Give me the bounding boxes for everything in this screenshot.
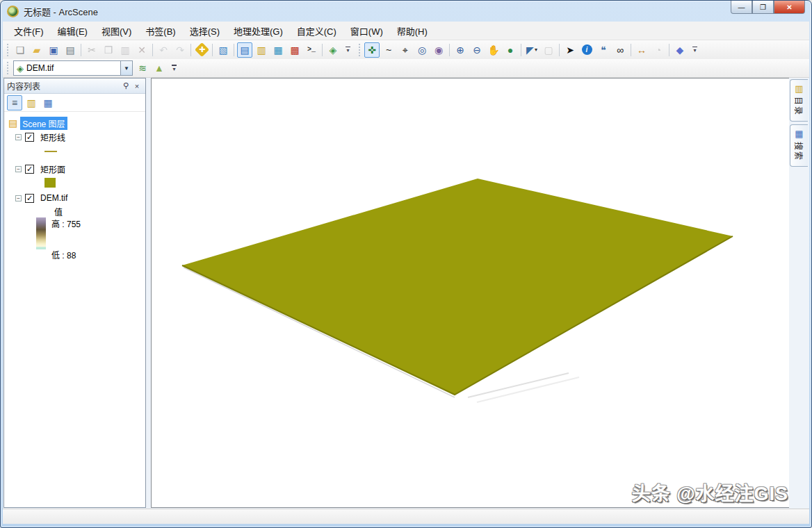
menu-item-customize[interactable]: 自定义(C) <box>290 22 343 40</box>
menu-item-view[interactable]: 视图(V) <box>95 22 138 40</box>
fill-symbol-row <box>8 176 145 190</box>
right-dock-strip: ▥ 目录 ▦ 搜索 <box>789 78 809 508</box>
catalog-window-icon: ▥ <box>257 45 266 55</box>
menu-item-window[interactable]: 窗口(W) <box>343 22 390 40</box>
restore-button[interactable]: ❐ <box>752 1 774 14</box>
delete-icon: ✕ <box>138 45 146 55</box>
delete-button[interactable]: ✕ <box>134 42 149 58</box>
list-by-visibility-button[interactable]: ▦ <box>40 95 56 110</box>
center-on-target-button[interactable]: ⌖ <box>398 42 413 58</box>
select-features-button[interactable]: ◤▾ <box>524 42 539 58</box>
menu-item-file[interactable]: 文件(F) <box>7 22 51 40</box>
layer-checkbox[interactable]: ✓ <box>25 165 34 174</box>
zoom-to-target-button[interactable]: ◎ <box>414 42 430 58</box>
line-symbol-swatch <box>44 151 57 152</box>
elevation-color-ramp <box>36 217 46 249</box>
layer-combo-dropdown-button[interactable]: ▼ <box>120 61 132 75</box>
add-data-button[interactable]: ✚ <box>194 42 209 58</box>
arcmap-window-button[interactable]: ▧ <box>216 42 231 58</box>
table-of-contents-window-button[interactable]: ▤ <box>237 42 252 58</box>
time-slider-icon: ◔ <box>656 45 661 55</box>
copy-icon: ❐ <box>104 45 113 55</box>
tree-item-dem[interactable]: − ✓ DEM.tif <box>8 191 145 205</box>
navigate-icon: ✜ <box>368 45 376 55</box>
open-folder-icon: ▰ <box>33 45 41 55</box>
menu-item-geoprocessing[interactable]: 地理处理(G) <box>227 22 290 40</box>
menu-item-edit[interactable]: 编辑(E) <box>51 22 95 40</box>
catalog-window-button[interactable]: ▥ <box>254 42 269 58</box>
pan-button[interactable]: ✋ <box>486 42 501 58</box>
select-features-dropdown-caret[interactable]: ▾ <box>535 47 537 53</box>
tree-item-rect-polygon[interactable]: − ✓ 矩形面 <box>8 162 145 176</box>
close-button[interactable]: ✕ <box>774 1 805 14</box>
analyst-toolbar-grip[interactable] <box>6 62 10 74</box>
steepest-path-tool-button[interactable]: ▲ <box>152 60 167 76</box>
full-extent-button[interactable]: ● <box>503 42 518 58</box>
tools-toolbar-grip[interactable] <box>357 44 362 56</box>
menu-item-bookmarks[interactable]: 书签(B) <box>138 22 182 40</box>
minimize-button[interactable]: — <box>731 1 752 14</box>
search-window-button[interactable]: ▦ <box>270 42 286 58</box>
identify-button[interactable]: i <box>579 42 594 58</box>
select-features-icon: ◤ <box>526 45 534 55</box>
scene-viewport[interactable]: 头条 @水经注GIS <box>151 78 790 508</box>
navigate-button[interactable]: ✜ <box>364 42 380 58</box>
html-popup-button[interactable]: ❝ <box>596 42 611 58</box>
layer-checkbox[interactable]: ✓ <box>25 133 34 142</box>
redo-icon: ↷ <box>176 45 184 55</box>
find-button[interactable]: ∞ <box>612 42 628 58</box>
cut-button[interactable]: ✂ <box>84 42 99 58</box>
layer-label: 矩形面 <box>38 163 67 176</box>
undo-button[interactable]: ↶ <box>156 42 171 58</box>
zoom-in-button[interactable]: ⊕ <box>453 42 468 58</box>
time-slider-button[interactable]: ◔ <box>651 42 666 58</box>
menu-bar: 文件(F)编辑(E)视图(V)书签(B)选择(S)地理处理(G)自定义(C)窗口… <box>3 22 809 40</box>
legend-low-label: 低 : 88 <box>51 249 81 261</box>
list-by-source-button[interactable]: ▥ <box>24 95 39 110</box>
arctoolbox-window-button[interactable]: ▩ <box>287 42 302 58</box>
tools-toolbar-options-button[interactable]: ▾ <box>690 42 699 58</box>
collapse-icon[interactable]: − <box>15 166 22 172</box>
menu-item-help[interactable]: 帮助(H) <box>390 22 435 40</box>
save-button[interactable]: ▣ <box>46 42 61 58</box>
paste-button[interactable]: ▥ <box>117 42 133 58</box>
list-by-drawing-order-button[interactable]: ≡ <box>7 95 22 110</box>
clear-selection-button[interactable]: ▢ <box>541 42 556 58</box>
new-document-icon: ❏ <box>16 45 25 55</box>
dock-tab-catalog[interactable]: ▥ 目录 <box>790 79 808 122</box>
legend-field-label: 值 <box>54 206 63 217</box>
new-document-button[interactable]: ❏ <box>13 42 28 58</box>
copy-button[interactable]: ❐ <box>101 42 116 58</box>
layer-checkbox[interactable]: ✓ <box>25 194 34 203</box>
collapse-icon[interactable]: − <box>15 134 22 140</box>
search-icon: ▦ <box>795 129 803 139</box>
fly-button[interactable]: ~ <box>381 42 396 58</box>
python-window-button[interactable]: >_ <box>304 42 319 58</box>
close-icon[interactable]: × <box>131 81 143 92</box>
standard-toolbar-options-button[interactable]: ▾ <box>343 42 352 58</box>
measure-button[interactable]: ↔ <box>634 42 649 58</box>
open-folder-button[interactable]: ▰ <box>29 42 44 58</box>
redo-button[interactable]: ↷ <box>172 42 188 58</box>
html-popup-icon: ❝ <box>601 45 606 55</box>
layer-combo[interactable]: ◈ DEM.tif ▼ <box>13 60 133 76</box>
interactive-contour-tool-button[interactable]: ≋ <box>135 60 150 76</box>
layer-combo-value: DEM.tif <box>26 63 120 73</box>
viewer-manager-button[interactable]: ◆ <box>672 42 688 58</box>
set-observer-button[interactable]: ◉ <box>431 42 446 58</box>
tree-item-rect-line[interactable]: − ✓ 矩形线 <box>8 130 145 144</box>
pin-icon[interactable]: ⚲ <box>120 81 131 92</box>
standard-toolbar-grip[interactable] <box>6 44 10 56</box>
window-controls: —❐✕ <box>731 1 805 14</box>
menu-item-selection[interactable]: 选择(S) <box>183 22 227 40</box>
print-button[interactable]: ▤ <box>63 42 78 58</box>
select-elements-button[interactable]: ➤ <box>562 42 578 58</box>
zoom-out-button[interactable]: ⊖ <box>469 42 485 58</box>
dock-tab-label: 目录 <box>793 97 805 116</box>
modelbuilder-button[interactable]: ◈ <box>325 42 341 58</box>
tree-item-scene-layers[interactable]: ▤ Scene 图层 <box>8 116 145 130</box>
catalog-icon: ▥ <box>795 83 803 94</box>
dock-tab-search[interactable]: ▦ 搜索 <box>790 124 808 167</box>
collapse-icon[interactable]: − <box>15 195 22 201</box>
analyst-toolbar-options-button[interactable]: ▾ <box>170 60 179 76</box>
